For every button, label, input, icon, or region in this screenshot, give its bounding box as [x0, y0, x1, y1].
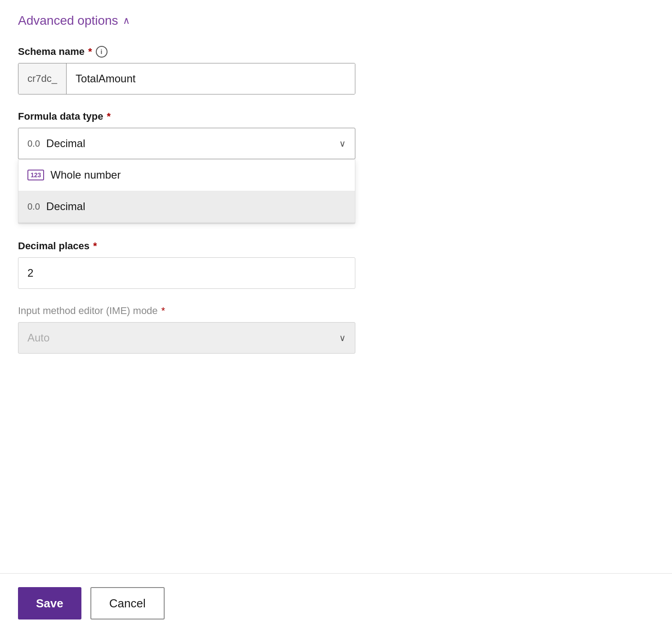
decimal-places-label: Decimal places * — [18, 240, 654, 252]
formula-data-type-dropdown[interactable]: 0.0 Decimal ∨ 123 Whole number 0.0 Decim… — [18, 128, 355, 159]
advanced-options-header[interactable]: Advanced options ∧ — [18, 13, 654, 28]
save-button[interactable]: Save — [18, 587, 81, 620]
schema-name-required: * — [88, 46, 92, 58]
formula-data-type-required: * — [107, 111, 111, 122]
chevron-down-icon: ∨ — [339, 138, 346, 149]
schema-name-label: Schema name * i — [18, 46, 654, 58]
decimal-label: Decimal — [46, 200, 85, 213]
ime-mode-dropdown[interactable]: Auto ∨ — [18, 322, 355, 354]
formula-data-type-selected[interactable]: 0.0 Decimal ∨ — [18, 128, 355, 159]
dropdown-item-whole-number[interactable]: 123 Whole number — [18, 159, 355, 191]
decimal-places-required: * — [93, 240, 97, 252]
footer: Save Cancel — [0, 573, 672, 633]
ime-chevron-down-icon: ∨ — [339, 332, 346, 343]
schema-name-input[interactable] — [67, 63, 355, 94]
ime-mode-section: Input method editor (IME) mode * Auto ∨ — [18, 305, 654, 354]
schema-prefix: cr7dc_ — [18, 63, 67, 94]
decimal-option-icon: 0.0 — [27, 202, 40, 212]
whole-number-label: Whole number — [50, 169, 121, 181]
advanced-options-label: Advanced options — [18, 13, 118, 28]
ime-mode-label: Input method editor (IME) mode * — [18, 305, 654, 317]
cancel-button[interactable]: Cancel — [90, 587, 165, 620]
schema-name-section: Schema name * i cr7dc_ — [18, 46, 654, 94]
decimal-icon: 0.0 — [27, 139, 40, 149]
dropdown-item-decimal[interactable]: 0.0 Decimal — [18, 191, 355, 222]
formula-data-type-menu: 123 Whole number 0.0 Decimal — [18, 159, 355, 223]
schema-name-wrapper: cr7dc_ — [18, 63, 355, 94]
formula-data-type-section: Formula data type * 0.0 Decimal ∨ 123 Wh… — [18, 111, 654, 159]
schema-name-info-icon[interactable]: i — [96, 46, 108, 58]
ime-mode-placeholder: Auto — [27, 332, 49, 344]
whole-number-icon: 123 — [27, 170, 44, 180]
formula-data-type-label: Formula data type * — [18, 111, 654, 122]
decimal-places-input[interactable] — [18, 257, 355, 289]
formula-data-type-selected-label: Decimal — [46, 137, 85, 150]
chevron-up-icon: ∧ — [123, 16, 130, 26]
decimal-places-section: Decimal places * — [18, 240, 654, 289]
ime-mode-required: * — [161, 305, 166, 317]
